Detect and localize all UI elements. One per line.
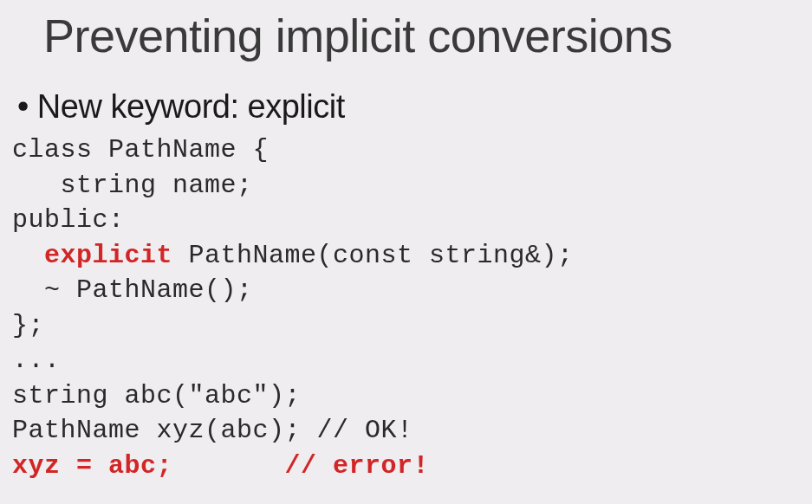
- code-line-9: PathName xyz(abc); // OK!: [12, 416, 413, 445]
- code-line-5: ~ PathName();: [12, 275, 253, 305]
- code-block: class PathName { string name; public: ex…: [0, 132, 812, 483]
- slide-title: Preventing implicit conversions: [0, 9, 812, 62]
- bullet-point: • New keyword: explicit: [0, 88, 812, 126]
- keyword-explicit: explicit: [44, 241, 172, 270]
- code-line-4-indent: [12, 241, 44, 270]
- code-line-error: xyz = abc; // error!: [12, 451, 429, 481]
- code-line-3: public:: [12, 205, 125, 235]
- code-line-7: ...: [12, 346, 61, 375]
- code-line-2: string name;: [12, 171, 253, 200]
- code-line-8: string abc("abc");: [12, 381, 301, 410]
- code-line-6: };: [12, 311, 44, 340]
- code-line-4-rest: PathName(const string&);: [172, 241, 574, 270]
- code-line-1: class PathName {: [12, 135, 269, 165]
- slide-container: Preventing implicit conversions • New ke…: [0, 0, 812, 504]
